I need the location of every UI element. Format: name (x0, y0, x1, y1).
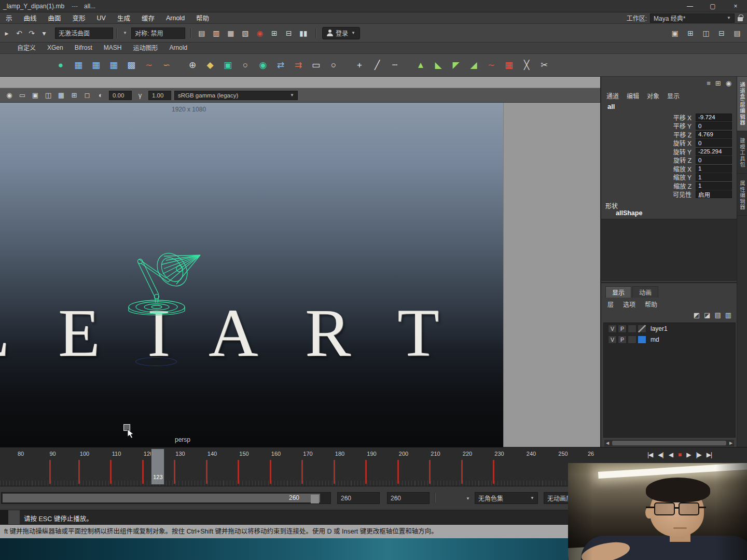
toon-shader-icon[interactable]: ● (52, 57, 70, 74)
ground-selection-circle[interactable] (135, 357, 177, 366)
channel-box-menu[interactable]: 对象 (647, 91, 659, 100)
menu-item[interactable]: 缓存 (136, 13, 160, 23)
channel-name[interactable]: 旋转 Y (601, 147, 696, 156)
channel-value-field[interactable]: 1 (696, 173, 732, 181)
channel-value-field[interactable]: 启用 (696, 190, 732, 198)
channel-name[interactable]: 缩放 X (601, 164, 696, 173)
maximize-button[interactable]: ▢ (701, 0, 724, 12)
layer-row[interactable]: V P md (604, 334, 735, 345)
camera-attributes-icon[interactable]: ◉ (4, 90, 15, 101)
play-forward-button[interactable]: ▶ (686, 451, 690, 458)
duplicate-grid-icon[interactable]: ▦ (87, 57, 105, 74)
shelf-tab[interactable]: 运动图形 (127, 41, 163, 53)
layer-mode-cell[interactable] (628, 335, 637, 344)
paint-select-icon[interactable]: + (351, 57, 368, 74)
pencil-curve-icon[interactable]: ╱ (368, 57, 386, 74)
resolution-gate-icon[interactable]: ▣ (30, 90, 40, 101)
render-gate[interactable]: 1920 x 1080 LEIART (0, 103, 503, 447)
symmetry-field[interactable]: 对称: 禁用 (131, 27, 185, 39)
login-button[interactable]: 登录 ▼ (322, 27, 360, 39)
close-button[interactable]: × (724, 0, 747, 12)
crease-tool-icon[interactable]: ∼ (482, 57, 500, 74)
side-tab[interactable]: 建模工具包 (737, 133, 747, 174)
exposure-icon[interactable]: ◐ (95, 90, 106, 101)
viewport-letter[interactable]: T (397, 299, 439, 367)
channel-manipulator-icon[interactable]: ≡ (707, 79, 711, 87)
safe-action-icon[interactable]: ⊞ (69, 90, 79, 101)
chevron-down-icon[interactable]: ▼ (463, 496, 470, 501)
viewport-letter[interactable]: E (58, 299, 100, 367)
step-fwd-key-button[interactable]: |▶ (696, 451, 701, 458)
snap-project-icon[interactable]: ⇉ (289, 57, 307, 74)
light-editor-icon[interactable]: ⊟ (283, 27, 295, 39)
globe-icon[interactable]: ◉ (254, 57, 272, 74)
extrude-icon[interactable]: ▲ (412, 57, 430, 74)
new-layer-icon[interactable]: ▥ (725, 311, 731, 319)
render-sequence-icon[interactable]: ▦ (225, 27, 237, 39)
layer-playback-toggle[interactable]: P (618, 335, 627, 344)
snap-align-icon[interactable]: ⇄ (272, 57, 289, 74)
render-view-icon[interactable]: ▤ (196, 27, 208, 39)
command-language-toggle[interactable] (8, 510, 20, 524)
viewport-letter[interactable]: R (305, 299, 351, 367)
gamma-icon[interactable]: γ (135, 90, 145, 101)
shelf-tab[interactable]: Bifrost (69, 43, 98, 53)
render-region-icon[interactable]: ▧ (240, 27, 251, 39)
outliner-pane-icon[interactable]: ⊟ (716, 27, 727, 39)
redo-icon[interactable]: ↷ (26, 27, 37, 39)
layer-mode-cell[interactable] (628, 325, 637, 333)
playback-end-field[interactable]: 260 (337, 492, 380, 504)
lattice-grid-icon[interactable]: ▩ (122, 57, 140, 74)
workspace-dropdown[interactable]: Maya 经典* ▼ (650, 13, 735, 23)
wire-sphere-icon[interactable]: ○ (237, 57, 254, 74)
layer-editor-tab-display[interactable]: 显示 (605, 286, 631, 298)
lasso-select-icon[interactable]: ○ (325, 57, 342, 74)
channel-name[interactable]: 缩放 Z (601, 181, 696, 190)
layer-color-swatch[interactable] (638, 325, 646, 333)
flare-deformer-icon[interactable]: ∽ (158, 57, 175, 74)
channel-value-field[interactable]: 1 (696, 182, 732, 190)
command-input-toggle[interactable] (0, 510, 8, 524)
mirror-instance-icon[interactable]: ▦ (70, 57, 87, 74)
layer-visibility-toggle[interactable]: V (608, 325, 617, 333)
bevel-icon[interactable]: ◣ (430, 57, 447, 74)
channel-name[interactable]: 可见性 (601, 190, 696, 199)
marquee-select-icon[interactable]: ▭ (307, 57, 325, 74)
view-transform-dropdown[interactable]: sRGB gamma (legacy) ▼ (174, 91, 298, 100)
layer-scrollbar[interactable]: ◀ ▶ (604, 440, 734, 446)
exposure-field[interactable]: 0.00 (109, 91, 132, 100)
lock-icon[interactable] (738, 17, 743, 21)
character-set-dropdown[interactable]: 无角色集 ▼ (475, 492, 538, 504)
channel-value-field[interactable]: 4.769 (696, 131, 732, 138)
outside-gate-area[interactable] (503, 103, 600, 447)
channel-speed-icon[interactable]: ⊞ (715, 79, 721, 87)
layer-name[interactable]: layer1 (651, 325, 668, 332)
undo-icon[interactable]: ↶ (13, 27, 25, 39)
ipr-render-icon[interactable]: ◉ (254, 27, 266, 39)
go-to-start-button[interactable]: |◀ (647, 451, 653, 458)
scroll-left-icon[interactable]: ◀ (604, 441, 611, 445)
range-slider-bar[interactable]: 260 (3, 494, 320, 502)
bridge-icon[interactable]: ◤ (447, 57, 465, 74)
gate-mask-icon[interactable]: ◫ (43, 90, 53, 101)
scroll-right-icon[interactable]: ▶ (728, 441, 734, 445)
quad-draw-icon[interactable]: ▦ (500, 57, 518, 74)
move-layer-up-icon[interactable]: ◩ (694, 311, 700, 319)
cut-tool-icon[interactable]: ✂ (535, 57, 553, 74)
minimize-button[interactable]: — (679, 0, 701, 12)
channel-name[interactable]: 平移 X (601, 113, 696, 122)
layer-name[interactable]: md (651, 336, 659, 343)
pause-viewport-icon[interactable]: ▮▮ (298, 27, 309, 39)
single-pane-icon[interactable]: ▣ (669, 27, 681, 39)
shelf-tab[interactable]: XGen (42, 43, 69, 53)
poly-cube-icon[interactable]: ▣ (219, 57, 237, 74)
side-tab[interactable]: 属性编辑器 (737, 175, 747, 216)
field-chart-icon[interactable]: ▦ (56, 90, 66, 101)
channel-box-menu[interactable]: 显示 (667, 91, 680, 100)
step-grid-icon[interactable]: ▦ (105, 57, 122, 74)
scrollbar-thumb[interactable] (612, 441, 726, 445)
channel-mode-icon[interactable]: ◉ (726, 79, 731, 87)
stop-button[interactable]: ■ (678, 451, 681, 458)
channel-box-menu[interactable]: 编辑 (627, 91, 639, 100)
current-time-indicator[interactable]: 123 (151, 449, 164, 485)
